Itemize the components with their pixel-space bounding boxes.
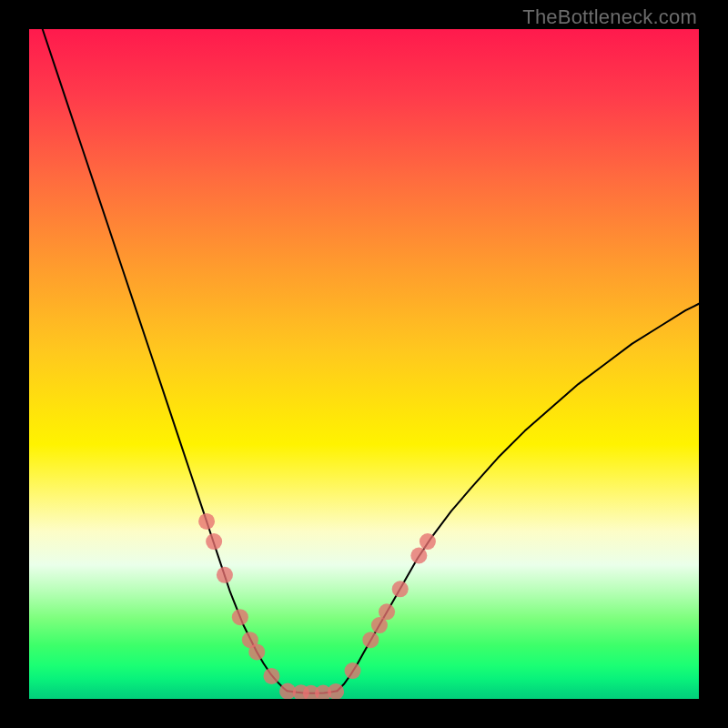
curve-right-branch: [338, 304, 699, 691]
data-point-marker: [420, 533, 436, 550]
data-point-marker: [379, 603, 395, 620]
data-point-marker: [362, 632, 379, 648]
curve-markers: [198, 513, 436, 699]
data-point-marker: [344, 662, 360, 679]
data-point-marker: [206, 533, 222, 550]
data-point-marker: [248, 643, 265, 660]
data-point-marker: [198, 513, 215, 530]
data-point-marker: [232, 609, 248, 625]
data-point-marker: [263, 668, 279, 684]
bottleneck-curve-chart: [29, 29, 699, 699]
data-point-marker: [392, 581, 409, 597]
watermark-text: TheBottleneck.com: [522, 5, 697, 29]
data-point-marker: [217, 567, 233, 583]
curve-left-branch: [43, 29, 288, 691]
data-point-marker: [410, 548, 427, 564]
